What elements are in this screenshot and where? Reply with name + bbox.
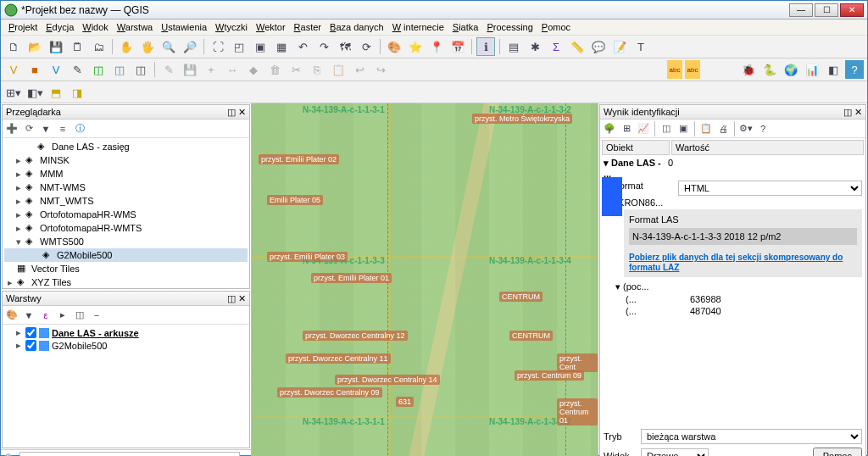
edit-button[interactable]: ✎ xyxy=(68,60,86,79)
layer-item[interactable]: ▸ Dane LAS - arkusze xyxy=(4,326,248,339)
identify-row[interactable]: (...487040 xyxy=(600,305,865,317)
expression-icon[interactable]: ε xyxy=(38,308,53,323)
id-config-icon[interactable]: ⚙▾ xyxy=(738,121,754,136)
panel-float-icon[interactable]: ◫ xyxy=(227,107,236,117)
open-project-button[interactable]: 📂 xyxy=(25,37,44,56)
expand-icon[interactable]: ▸ xyxy=(55,308,70,323)
move-feature-button[interactable]: ↔ xyxy=(223,60,242,79)
browser-item[interactable]: ◈G2Mobile500 xyxy=(4,248,248,262)
browser-item[interactable]: ▸◈OrtofotomapaHR-WMTS xyxy=(4,221,248,235)
add-layer-icon[interactable]: ➕ xyxy=(4,121,19,136)
statistics-button[interactable]: Σ xyxy=(547,37,565,56)
group-icon[interactable]: ◫ xyxy=(72,308,87,323)
browser-item[interactable]: ▸◈XYZ Tiles xyxy=(4,275,248,288)
zoom-layer-button[interactable]: ▣ xyxy=(251,37,270,56)
style-icon[interactable]: 🎨 xyxy=(4,308,19,323)
selection-button[interactable]: ⬒ xyxy=(47,83,65,102)
panel-close-icon[interactable]: ✕ xyxy=(854,107,862,117)
filter-icon[interactable]: ▼ xyxy=(38,121,53,136)
format-select[interactable]: HTML xyxy=(678,181,862,196)
cut-button[interactable]: ✂ xyxy=(287,60,305,79)
browser-item[interactable]: ▸◈OrtofotomapaHR-WMS xyxy=(4,208,248,221)
download-link[interactable]: Pobierz plik danych dla tej sekcji skomp… xyxy=(629,253,843,272)
id-print-icon[interactable]: 🖨 xyxy=(715,121,731,136)
menu-ustawienia[interactable]: Ustawienia xyxy=(157,20,211,34)
collapse-icon[interactable]: ≡ xyxy=(55,121,70,136)
identify-row[interactable]: FormatHTML xyxy=(600,180,865,197)
mode-select[interactable]: bieżąca warstwa xyxy=(641,429,862,444)
new-map-button[interactable]: 🗺 xyxy=(336,37,354,56)
virtual-button[interactable]: ◫ xyxy=(131,60,150,79)
plugin-button-2[interactable]: 🌍 xyxy=(782,60,800,79)
redo-button[interactable]: ↪ xyxy=(371,60,390,79)
menu-edycja[interactable]: Edycja xyxy=(42,20,78,34)
menu-baza danych[interactable]: Baza danych xyxy=(326,20,388,34)
text-annotation-button[interactable]: T xyxy=(632,37,650,56)
attribute-table-button[interactable]: ▤ xyxy=(504,37,523,56)
maximize-button[interactable]: ☐ xyxy=(815,3,838,17)
browser-item[interactable]: ▸◈NMT_WMTS xyxy=(4,194,248,208)
refresh-icon[interactable]: ⟳ xyxy=(21,121,36,136)
menu-warstwa[interactable]: Warstwa xyxy=(113,20,157,34)
identify-row[interactable]: (...636988 xyxy=(600,293,865,305)
mesh-layer-button[interactable]: V xyxy=(47,60,65,79)
identify-row[interactable]: ▾ (poc... xyxy=(600,281,865,293)
snap-button[interactable]: ⊞▾ xyxy=(4,83,23,102)
browser-item[interactable]: ▸◈MMM xyxy=(4,167,248,181)
save-edits-button[interactable]: 💾 xyxy=(181,60,199,79)
zoom-full-button[interactable]: ⛶ xyxy=(209,37,227,56)
show-map-tips-button[interactable]: ⭐ xyxy=(406,37,425,56)
view-select[interactable]: Drzewo xyxy=(641,448,709,456)
copy-button[interactable]: ⎘ xyxy=(308,60,326,79)
minimize-button[interactable]: — xyxy=(789,3,813,17)
plugin-button-3[interactable]: 📊 xyxy=(803,60,821,79)
zoom-selection-button[interactable]: ◰ xyxy=(230,37,248,56)
help-button[interactable]: ? xyxy=(845,60,864,79)
selection-config-button[interactable]: ◨ xyxy=(68,83,86,102)
menu-projekt[interactable]: Projekt xyxy=(4,20,42,34)
zoom-out-button[interactable]: 🔎 xyxy=(181,37,199,56)
map-canvas[interactable]: N-34-139-A-c-1-1-3-1N-34-139-A-c-1-1-3-2… xyxy=(252,103,598,456)
menu-widok[interactable]: Widok xyxy=(78,20,113,34)
filter-layer-icon[interactable]: ▼ xyxy=(21,308,36,323)
paste-button[interactable]: 📋 xyxy=(329,60,348,79)
measure-button[interactable]: 📏 xyxy=(568,37,587,56)
wfs-button[interactable]: ◫ xyxy=(110,60,129,79)
id-clear-icon[interactable]: ▣ xyxy=(676,121,691,136)
layer-item[interactable]: ▸ G2Mobile500 xyxy=(4,339,248,352)
snap-config-button[interactable]: ◧▾ xyxy=(25,83,44,102)
annotations-button[interactable]: 📝 xyxy=(610,37,629,56)
menu-pomoc[interactable]: Pomoc xyxy=(537,20,575,34)
search-input[interactable] xyxy=(19,452,240,456)
style-manager-button[interactable]: 🎨 xyxy=(385,37,403,56)
browser-item[interactable]: ▸◈NMT-WMS xyxy=(4,181,248,194)
browser-item[interactable]: ▾◈WMTS500 xyxy=(4,235,248,248)
identify-button[interactable]: ℹ xyxy=(476,37,495,56)
plugin-button-4[interactable]: ◧ xyxy=(824,60,843,79)
menu-w internecie[interactable]: W internecie xyxy=(388,20,448,34)
layer-visibility-checkbox[interactable] xyxy=(25,340,36,351)
label-abc-button[interactable]: abc xyxy=(667,60,682,79)
field-calc-button[interactable]: ✱ xyxy=(526,37,544,56)
zoom-next-button[interactable]: ↷ xyxy=(314,37,333,56)
browser-item[interactable]: ▦Vector Tiles xyxy=(4,262,248,275)
pan-button[interactable]: ✋ xyxy=(117,37,136,56)
panel-close-icon[interactable]: ✕ xyxy=(238,293,246,303)
menu-wektor[interactable]: Wektor xyxy=(252,20,290,34)
refresh-button[interactable]: ⟳ xyxy=(357,37,376,56)
toggle-edit-button[interactable]: ✎ xyxy=(159,60,178,79)
menu-wtyczki[interactable]: Wtyczki xyxy=(211,20,252,34)
layout-manager-button[interactable]: 🗂 xyxy=(89,37,108,56)
wms-button[interactable]: ◫ xyxy=(89,60,108,79)
browser-tree[interactable]: ◈Dane LAS - zasięg▸◈MINSK▸◈MMM▸◈NMT-WMS▸… xyxy=(3,138,249,288)
remove-icon[interactable]: − xyxy=(89,308,104,323)
id-graph-icon[interactable]: 📈 xyxy=(636,121,651,136)
browser-item[interactable]: ▸◈MINSK xyxy=(4,153,248,167)
identify-row[interactable]: ▾ KRON86... xyxy=(600,197,865,209)
identify-row[interactable]: ▾ Dane LAS - ...0 xyxy=(600,157,865,180)
browser-item[interactable]: ◈Dane LAS - zasięg xyxy=(4,140,248,153)
pan-selection-button[interactable]: 🖐 xyxy=(138,37,157,56)
raster-layer-button[interactable]: ■ xyxy=(25,60,44,79)
close-button[interactable]: ✕ xyxy=(840,3,864,17)
new-bookmark-button[interactable]: 📍 xyxy=(427,37,446,56)
